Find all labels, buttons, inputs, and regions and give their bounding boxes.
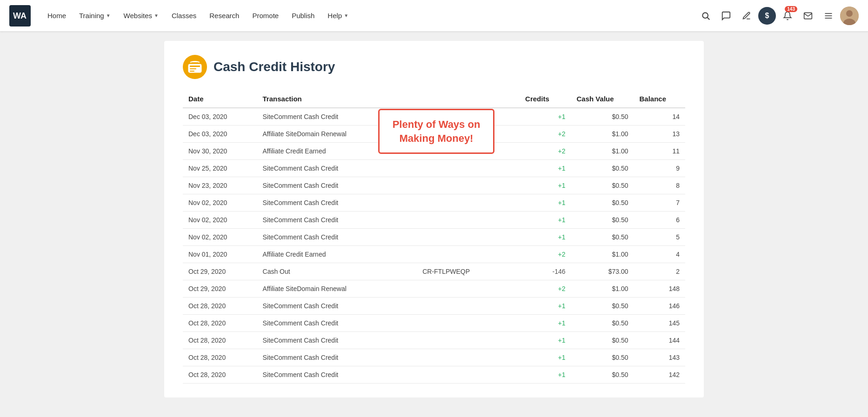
- avatar[interactable]: [840, 7, 859, 25]
- page-header: Cash Credit History: [183, 55, 685, 79]
- table-row: Oct 29, 2020 Affiliate SiteDomain Renewa…: [183, 280, 685, 298]
- col-header-transaction: Transaction: [257, 90, 417, 108]
- cell-date: Dec 03, 2020: [183, 126, 257, 143]
- cell-credits: +1: [520, 108, 571, 126]
- table-row: Nov 02, 2020 SiteComment Cash Credit +1 …: [183, 229, 685, 246]
- cell-cashvalue: $0.50: [571, 160, 634, 177]
- nav-websites[interactable]: Websites ▼: [118, 8, 164, 23]
- mail-button[interactable]: [799, 7, 817, 25]
- cell-date: Nov 02, 2020: [183, 194, 257, 212]
- search-button[interactable]: [697, 7, 714, 25]
- cell-cashvalue: $73.00: [571, 263, 634, 280]
- logo[interactable]: WA: [9, 5, 31, 26]
- svg-point-7: [846, 10, 853, 17]
- cell-transaction: Cash Out: [257, 263, 417, 280]
- cell-reference: [417, 332, 520, 349]
- nav-home[interactable]: Home: [42, 8, 72, 23]
- chat-button[interactable]: [717, 7, 735, 25]
- page-title: Cash Credit History: [214, 60, 335, 74]
- cell-cashvalue: $0.50: [571, 194, 634, 212]
- svg-text:WA: WA: [13, 11, 27, 20]
- popup-line1: Plenty of Ways on: [391, 118, 482, 132]
- table-row: Oct 28, 2020 SiteComment Cash Credit +1 …: [183, 366, 685, 384]
- cell-date: Oct 28, 2020: [183, 349, 257, 366]
- cell-cashvalue: $0.50: [571, 177, 634, 194]
- cell-date: Oct 28, 2020: [183, 298, 257, 315]
- cell-balance: 13: [634, 126, 685, 143]
- svg-rect-12: [190, 68, 196, 69]
- popup-box: Plenty of Ways on Making Money!: [378, 109, 494, 154]
- svg-rect-11: [190, 66, 200, 67]
- table-row: Nov 23, 2020 SiteComment Cash Credit +1 …: [183, 177, 685, 194]
- cell-credits: +1: [520, 212, 571, 229]
- cell-reference: [417, 349, 520, 366]
- cell-cashvalue: $0.50: [571, 212, 634, 229]
- cell-balance: 2: [634, 263, 685, 280]
- cell-date: Nov 02, 2020: [183, 229, 257, 246]
- cell-reference: [417, 229, 520, 246]
- page-icon: [183, 55, 207, 79]
- cell-date: Oct 29, 2020: [183, 263, 257, 280]
- cell-date: Dec 03, 2020: [183, 108, 257, 126]
- nav-promote[interactable]: Promote: [247, 8, 284, 23]
- cell-date: Oct 28, 2020: [183, 366, 257, 384]
- cell-balance: 142: [634, 366, 685, 384]
- cell-date: Nov 01, 2020: [183, 246, 257, 263]
- cell-date: Nov 25, 2020: [183, 160, 257, 177]
- cell-transaction: SiteComment Cash Credit: [257, 315, 417, 332]
- table-row: Nov 02, 2020 SiteComment Cash Credit +1 …: [183, 212, 685, 229]
- cell-cashvalue: $0.50: [571, 108, 634, 126]
- table-row: Nov 02, 2020 SiteComment Cash Credit +1 …: [183, 194, 685, 212]
- cell-credits: +2: [520, 143, 571, 160]
- cell-credits: +1: [520, 298, 571, 315]
- nav-research[interactable]: Research: [204, 8, 245, 23]
- cell-transaction: Affiliate Credit Earned: [257, 246, 417, 263]
- cell-date: Nov 23, 2020: [183, 177, 257, 194]
- table-row: Oct 28, 2020 SiteComment Cash Credit +1 …: [183, 315, 685, 332]
- cell-date: Oct 28, 2020: [183, 315, 257, 332]
- svg-point-1: [702, 13, 708, 18]
- menu-button[interactable]: [820, 7, 837, 25]
- notifications-button[interactable]: 143: [779, 7, 796, 25]
- popup-line2: Making Money!: [391, 132, 482, 146]
- cell-balance: 7: [634, 194, 685, 212]
- cell-transaction: SiteComment Cash Credit: [257, 349, 417, 366]
- cell-credits: +1: [520, 315, 571, 332]
- cell-reference: [417, 280, 520, 298]
- cell-balance: 5: [634, 229, 685, 246]
- cell-credits: +2: [520, 246, 571, 263]
- table-wrapper: Plenty of Ways on Making Money! Date Tra…: [183, 90, 685, 384]
- cell-credits: +2: [520, 126, 571, 143]
- cell-balance: 8: [634, 177, 685, 194]
- cell-date: Nov 02, 2020: [183, 212, 257, 229]
- cell-credits: +1: [520, 177, 571, 194]
- edit-button[interactable]: [738, 7, 755, 25]
- chevron-down-icon: ▼: [154, 13, 159, 18]
- cell-credits: +1: [520, 160, 571, 177]
- cell-balance: 4: [634, 246, 685, 263]
- cell-balance: 6: [634, 212, 685, 229]
- col-header-balance: Balance: [634, 90, 685, 108]
- cell-credits: +1: [520, 349, 571, 366]
- nav-classes[interactable]: Classes: [166, 8, 202, 23]
- nav-training[interactable]: Training ▼: [73, 8, 116, 23]
- table-row: Oct 29, 2020 Cash Out CR-FTLPWEQP -146 $…: [183, 263, 685, 280]
- cell-cashvalue: $1.00: [571, 126, 634, 143]
- nav-menu: Home Training ▼ Websites ▼ Classes Resea…: [42, 8, 697, 23]
- cell-transaction: SiteComment Cash Credit: [257, 177, 417, 194]
- cell-credits: +1: [520, 194, 571, 212]
- cell-cashvalue: $0.50: [571, 332, 634, 349]
- table-row: Nov 25, 2020 SiteComment Cash Credit +1 …: [183, 160, 685, 177]
- dollar-button[interactable]: $: [758, 7, 776, 25]
- cell-balance: 14: [634, 108, 685, 126]
- cell-transaction: SiteComment Cash Credit: [257, 332, 417, 349]
- nav-publish[interactable]: Publish: [286, 8, 320, 23]
- cell-date: Oct 29, 2020: [183, 280, 257, 298]
- cell-cashvalue: $0.50: [571, 315, 634, 332]
- cell-transaction: SiteComment Cash Credit: [257, 212, 417, 229]
- nav-help[interactable]: Help ▼: [322, 8, 354, 23]
- col-header-reference: [417, 90, 520, 108]
- cell-credits: -146: [520, 263, 571, 280]
- chevron-down-icon: ▼: [344, 13, 348, 18]
- table-row: Oct 28, 2020 SiteComment Cash Credit +1 …: [183, 349, 685, 366]
